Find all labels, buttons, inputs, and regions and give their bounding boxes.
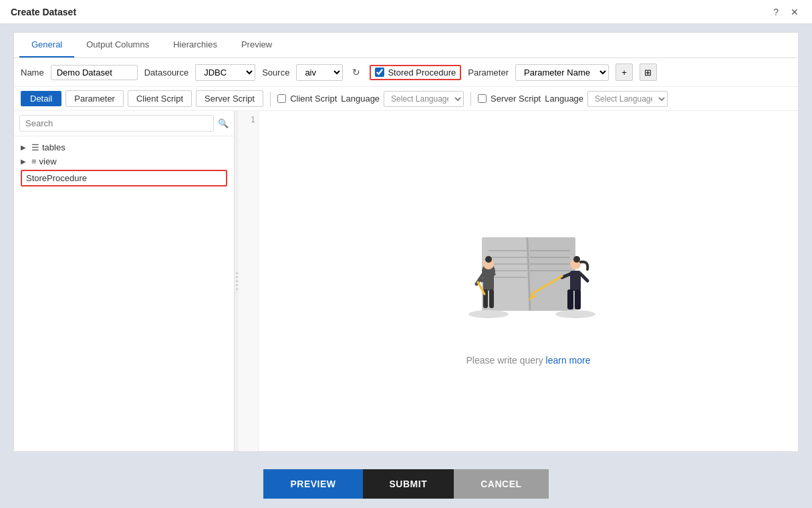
- tree-area: ▶ ☰ tables ▶ ≡ view StoreProcedure: [14, 136, 234, 451]
- illustration-image: [428, 197, 629, 344]
- svg-rect-27: [567, 289, 573, 309]
- view-icon: ≡: [31, 156, 37, 166]
- client-script-checkbox[interactable]: [277, 94, 286, 103]
- query-text: Please write query: [466, 355, 546, 366]
- sub-toolbar: Detail Parameter Client Script Server Sc…: [14, 87, 798, 111]
- cancel-button[interactable]: CANCEL: [454, 469, 548, 499]
- language-label-2: Language: [545, 94, 583, 104]
- stored-procedure-checkbox[interactable]: [375, 68, 384, 77]
- svg-point-32: [555, 310, 595, 318]
- parameter-select[interactable]: Parameter Name: [515, 64, 609, 81]
- main-content: General Output Columns Hierarchies Previ…: [0, 24, 812, 460]
- editor-content: 1: [239, 111, 798, 451]
- stored-procedure-area: Stored Procedure: [370, 65, 461, 80]
- svg-point-23: [573, 256, 580, 263]
- illustration-area: Please write query learn more: [259, 111, 798, 451]
- expand-arrow-view: ▶: [21, 158, 29, 165]
- line-numbers: 1: [239, 111, 259, 451]
- tree-label-view: view: [39, 156, 57, 166]
- source-select[interactable]: aiv: [296, 64, 343, 81]
- tree-item-tables[interactable]: ▶ ☰ tables: [17, 140, 231, 154]
- source-label: Source: [262, 68, 289, 78]
- client-script-check-label: Client Script: [290, 94, 337, 104]
- tab-general[interactable]: General: [19, 33, 74, 57]
- separator-1: [270, 92, 271, 106]
- detail-button[interactable]: Detail: [21, 91, 61, 106]
- tree-item-view[interactable]: ▶ ≡ view: [17, 154, 231, 168]
- separator-2: [470, 92, 471, 106]
- tab-preview[interactable]: Preview: [229, 33, 284, 57]
- submit-button[interactable]: SUBMIT: [363, 469, 454, 499]
- name-input[interactable]: [51, 65, 138, 80]
- tab-hierarchies[interactable]: Hierarchies: [161, 33, 229, 57]
- editor-area: 1: [239, 111, 798, 451]
- body-area: 🔍 ▶ ☰ tables ▶ ≡ view: [14, 111, 798, 451]
- dialog-box: General Output Columns Hierarchies Previ…: [13, 32, 799, 452]
- language-select-1[interactable]: Select Language: [384, 91, 464, 107]
- name-label: Name: [21, 68, 44, 78]
- search-input[interactable]: [19, 115, 214, 132]
- datasource-label: Datasource: [144, 68, 188, 78]
- top-tabs: General Output Columns Hierarchies Previ…: [14, 33, 798, 58]
- server-script-checkbox[interactable]: [478, 94, 487, 103]
- stored-procedure-label: Stored Procedure: [388, 68, 456, 78]
- dialog-title: Create Dataset: [11, 7, 76, 17]
- language-select-2[interactable]: Select Language: [587, 91, 668, 107]
- server-script-button[interactable]: Server Script: [196, 90, 263, 107]
- svg-rect-20: [489, 289, 494, 308]
- add-parameter-button[interactable]: +: [616, 64, 633, 81]
- bottom-bar: PREVIEW SUBMIT CANCEL: [0, 460, 812, 508]
- expand-arrow-tables: ▶: [21, 144, 29, 151]
- svg-line-26: [581, 274, 587, 281]
- parameter-label: Parameter: [468, 68, 509, 78]
- learn-more-link[interactable]: learn more: [546, 355, 591, 366]
- close-button[interactable]: ✕: [788, 5, 801, 19]
- stored-procedure-item[interactable]: StoreProcedure: [21, 170, 227, 186]
- stored-procedure-item-label: StoreProcedure: [26, 173, 87, 183]
- illustration-text: Please write query learn more: [466, 355, 591, 366]
- client-script-button[interactable]: Client Script: [128, 90, 192, 107]
- language-label-1: Language: [341, 94, 380, 104]
- title-bar: Create Dataset ? ✕: [0, 0, 812, 24]
- svg-rect-28: [575, 289, 581, 309]
- left-panel: 🔍 ▶ ☰ tables ▶ ≡ view: [14, 111, 235, 451]
- search-box: 🔍: [14, 111, 234, 136]
- preview-button[interactable]: PREVIEW: [263, 469, 362, 499]
- tree-label-tables: tables: [42, 142, 65, 152]
- parameter-button[interactable]: Parameter: [65, 90, 124, 107]
- server-script-check-label: Server Script: [491, 94, 541, 104]
- svg-point-31: [468, 310, 509, 318]
- datasource-select[interactable]: JDBC: [195, 64, 255, 81]
- table-icon: ☰: [31, 142, 39, 152]
- line-number-1: 1: [241, 115, 255, 124]
- settings-button[interactable]: ⊞: [640, 64, 657, 81]
- search-icon: 🔍: [218, 118, 229, 128]
- tab-output-columns[interactable]: Output Columns: [74, 33, 161, 57]
- help-button[interactable]: ?: [771, 5, 781, 19]
- name-row: Name Datasource JDBC Source aiv ↻ Stored…: [14, 58, 798, 87]
- svg-point-15: [485, 256, 492, 263]
- refresh-button[interactable]: ↻: [350, 66, 363, 79]
